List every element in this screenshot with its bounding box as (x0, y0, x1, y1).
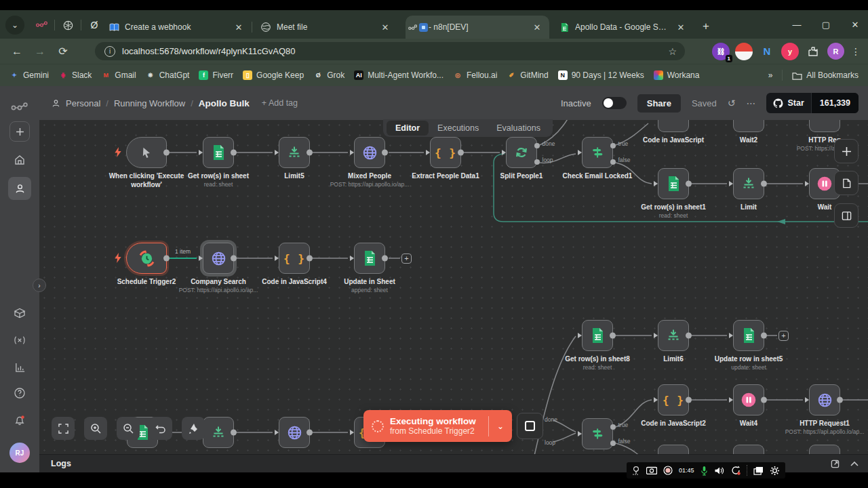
active-toggle[interactable] (602, 97, 627, 109)
add-connected-node-button[interactable]: + (778, 331, 789, 341)
node-output[interactable] (761, 397, 767, 403)
workflow-node-partial[interactable] (658, 445, 689, 454)
pinned-tab-chatgpt-icon[interactable] (55, 17, 81, 33)
window-close-button[interactable]: ✕ (845, 20, 865, 30)
history-icon[interactable]: ↺ (728, 98, 736, 108)
tab-close-icon[interactable]: ✕ (675, 22, 686, 33)
workflow-node-partial[interactable] (658, 120, 689, 132)
workflow-node-if-bottom[interactable]: truefalse (582, 418, 613, 449)
split-panel-button[interactable] (834, 203, 859, 228)
node-input[interactable] (578, 333, 582, 338)
tab-close-icon[interactable]: ✕ (380, 22, 391, 33)
sticky-note-button[interactable] (834, 171, 859, 195)
workflow-node-update-in-sheet[interactable] (354, 243, 385, 274)
workflow-node-partial[interactable] (733, 120, 764, 132)
tab-search-button[interactable]: ⌄ (5, 16, 24, 35)
add-connected-node-button[interactable]: + (401, 253, 412, 264)
workflow-node-partial[interactable] (809, 445, 840, 454)
workflow-node-code-in-javascript2[interactable]: { } (658, 384, 689, 415)
connection-wire[interactable] (553, 433, 576, 442)
workflow-node-partial[interactable] (733, 445, 764, 454)
zoom-in-button[interactable] (84, 417, 107, 440)
fit-view-button[interactable] (52, 417, 75, 440)
node-input[interactable] (729, 181, 733, 186)
bookmark-item[interactable]: N90 Days | 12 Weeks (558, 70, 644, 80)
workflow-node-limit5[interactable] (279, 137, 310, 168)
workflow-node-code-in-javascript4[interactable]: { } (279, 243, 310, 274)
extension-chain-icon[interactable]: ⛓1 (712, 43, 730, 60)
workflow-node-get-rows-in-sheet[interactable] (203, 137, 234, 168)
browser-tab[interactable]: Meet file✕ (254, 16, 397, 39)
node-output-loop[interactable]: loop (534, 159, 540, 165)
node-input[interactable] (729, 397, 733, 403)
templates-icon[interactable] (8, 302, 31, 325)
bookmark-item[interactable]: Workana (654, 70, 700, 80)
notifications-bell-icon[interactable] (8, 409, 31, 432)
workflow-node-bottom-limit[interactable] (203, 417, 234, 448)
executing-workflow-toast[interactable]: Executing workflow from Schedule Trigger… (363, 410, 512, 442)
workflow-node-limit6[interactable] (658, 320, 689, 351)
share-button[interactable]: Share (637, 94, 681, 113)
sync-icon[interactable] (731, 466, 741, 475)
tab-close-icon[interactable]: ✕ (532, 22, 542, 33)
workflow-node-get-rows-in-sheet8[interactable] (582, 320, 613, 351)
node-output[interactable] (231, 430, 237, 436)
workflow-node-get-rows-in-sheet1[interactable] (658, 168, 689, 199)
node-input[interactable] (199, 150, 203, 155)
extension-n-icon[interactable]: N (758, 43, 776, 60)
windows-icon[interactable] (753, 466, 764, 475)
node-input[interactable] (426, 150, 430, 155)
tab-executions[interactable]: Executions (429, 121, 488, 136)
speaker-icon[interactable] (714, 466, 725, 475)
toast-chevron-icon[interactable]: ⌄ (489, 422, 512, 431)
node-output[interactable] (610, 333, 616, 339)
bookmark-item[interactable]: ❋ChatGpt (146, 70, 190, 80)
window-minimize-button[interactable]: — (787, 20, 807, 30)
popout-icon[interactable] (831, 460, 840, 468)
bookmark-item[interactable]: MGmail (101, 70, 136, 80)
node-output-done[interactable]: done (534, 143, 540, 148)
browser-menu-icon[interactable]: ⋮ (851, 46, 861, 57)
workflow-node-http-request1[interactable] (809, 384, 840, 415)
node-output[interactable] (686, 397, 692, 403)
breadcrumb-project[interactable]: Personal (66, 98, 100, 108)
node-output[interactable] (163, 256, 170, 262)
workflow-node-mixed-people[interactable] (354, 137, 385, 168)
workflow-node-company-search[interactable] (203, 243, 234, 274)
node-input[interactable] (275, 150, 279, 155)
profile-avatar[interactable]: R (827, 43, 844, 60)
workflow-node-wait4[interactable] (733, 384, 764, 415)
settings-gear-icon[interactable] (770, 466, 780, 476)
bookmark-item[interactable]: ✦Gemini (9, 70, 49, 80)
browser-tab[interactable]: Apollo Data - Google Sheets✕ (552, 16, 693, 39)
help-icon[interactable] (8, 382, 31, 405)
workflow-node-bottom-globe[interactable] (279, 417, 310, 448)
bookmarks-overflow-chevrons[interactable]: » (768, 70, 773, 80)
insights-icon[interactable] (8, 356, 31, 379)
node-input[interactable] (654, 181, 658, 186)
node-input[interactable] (350, 256, 354, 261)
microphone-icon[interactable] (701, 466, 708, 476)
pin-icon[interactable] (632, 466, 640, 475)
extension-y-icon[interactable]: y (781, 43, 799, 60)
personal-projects-icon[interactable] (8, 177, 31, 200)
node-output[interactable] (686, 333, 692, 339)
back-button[interactable]: ← (5, 45, 28, 58)
node-input[interactable] (729, 333, 733, 338)
reload-button[interactable]: ⟳ (52, 45, 75, 58)
sidebar-expand-button[interactable]: › (33, 279, 46, 292)
node-output[interactable] (231, 256, 237, 262)
node-input[interactable] (199, 256, 203, 261)
expand-logs-chevron-icon[interactable] (850, 461, 859, 466)
add-tag-button[interactable]: + Add tag (262, 98, 298, 108)
zoom-out-button[interactable] (117, 417, 140, 440)
stop-execution-button[interactable] (517, 413, 543, 439)
workflow-node-partial[interactable] (809, 120, 840, 132)
home-icon[interactable] (8, 148, 31, 171)
workflow-node-manual-trigger[interactable] (126, 137, 167, 168)
node-output[interactable] (837, 397, 843, 403)
node-input[interactable] (805, 181, 809, 186)
node-input[interactable] (350, 430, 354, 435)
bookmark-item[interactable]: ✐GitMind (507, 70, 548, 80)
tab-editor[interactable]: Editor (387, 121, 429, 136)
